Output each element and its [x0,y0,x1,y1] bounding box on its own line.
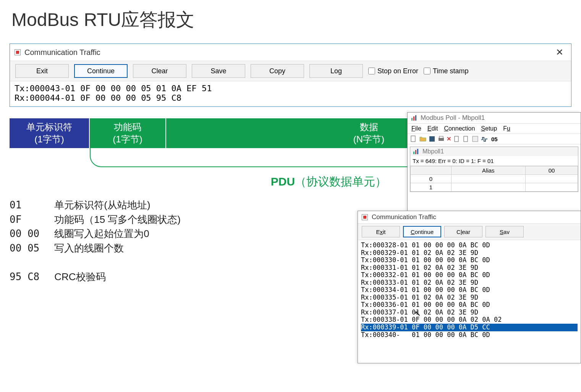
svg-rect-1 [413,116,414,121]
mbpoll-menubar[interactable]: File Edit Connection Setup Fu [408,124,581,134]
time-stamp-checkbox[interactable]: Time stamp [424,67,468,75]
svg-rect-9 [473,136,478,142]
menu-connection: Connection [444,125,475,132]
menu-file: File [411,125,421,132]
svg-rect-0 [411,118,413,121]
save-icon[interactable] [428,135,436,143]
close-icon[interactable]: ✕ [553,47,566,58]
window-title: Communication Traffic [24,48,100,57]
traffic-log-2: Tx:000328-01 01 00 00 00 0A BC 0DRx:0003… [358,240,581,340]
log-button[interactable]: Log [309,64,363,78]
menu-functions: Fu [503,125,510,132]
svg-rect-7 [455,136,458,142]
settings-icon[interactable] [471,135,479,143]
svg-rect-8 [464,136,468,142]
toolbar: Exit Continue Clear Save Copy Log Stop o… [10,61,571,81]
doc2-icon[interactable] [462,135,470,143]
copy-button[interactable]: Copy [251,64,304,78]
communication-traffic-window-2: Communication Traffic Exit Continue Clea… [358,211,581,363]
svg-rect-6 [439,136,443,138]
pdu-function-code-cell: 功能码(1字节) [90,118,166,148]
cursor-icon: ↖ [414,309,421,318]
delete-icon[interactable]: ✕ [447,136,452,142]
svg-rect-12 [417,149,418,154]
continue-button[interactable]: Continue [403,226,441,237]
clear-button[interactable]: Clear [444,226,482,237]
svg-rect-2 [415,115,416,121]
svg-rect-3 [411,136,415,142]
window-icon [15,49,21,55]
open-icon[interactable] [419,135,427,143]
mbpoll-status: Tx = 649: Err = 0: ID = 1: F = 01 [410,156,578,166]
pdu-unit-id-cell: 单元标识符(1字节) [10,118,90,148]
mbpoll-grid[interactable]: Alias00 0 1 [410,166,578,192]
save-button[interactable]: Sav [486,226,524,237]
exit-button[interactable]: Exit [362,226,400,237]
tool-05[interactable]: 05 [491,136,498,142]
mbpoll-app-icon [411,115,418,121]
doc-icon[interactable] [453,135,461,143]
mbpoll-doc-icon [413,148,419,155]
continue-button[interactable]: Continue [74,64,128,78]
menu-setup: Setup [481,125,497,132]
stop-on-error-checkbox[interactable]: Stop on Error [368,67,418,75]
window-icon [362,214,368,220]
window-titlebar: Communication Traffic ✕ [10,44,571,61]
clear-button[interactable]: Clear [133,64,186,78]
mbpoll-toolbar[interactable]: ✕ 05 [408,134,581,144]
menu-edit: Edit [427,125,438,132]
print-icon[interactable] [437,135,445,143]
modbus-poll-window: Modbus Poll - Mbpoll1 File Edit Connecti… [407,112,581,211]
svg-rect-11 [415,150,416,154]
svg-rect-10 [413,152,414,154]
window2-titlebar: Communication Traffic [358,211,581,223]
mbpoll-titlebar: Modbus Poll - Mbpoll1 [408,113,581,124]
communication-traffic-window: Communication Traffic ✕ Exit Continue Cl… [10,44,571,107]
traffic-log: Tx:000043-01 0F 00 00 00 05 01 0A EF 51 … [10,81,571,106]
save-button[interactable]: Save [192,64,245,78]
mbpoll-document: Mbpoll1 Tx = 649: Err = 0: ID = 1: F = 0… [410,147,578,192]
svg-rect-4 [429,136,435,142]
pulse-icon[interactable] [481,135,488,143]
new-icon[interactable] [410,135,418,143]
exit-button[interactable]: Exit [15,64,69,78]
page-title: ModBus RTU应答报文 [0,0,581,36]
